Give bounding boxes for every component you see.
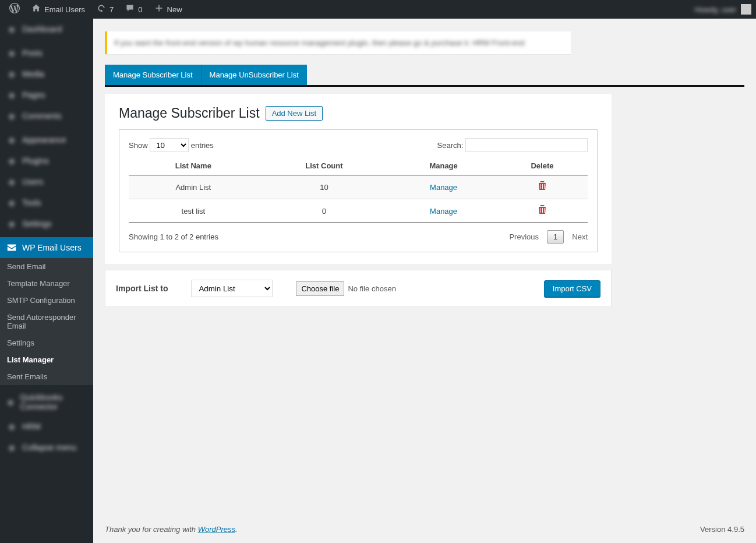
search-input[interactable]	[465, 138, 588, 152]
submenu-item[interactable]: Send Email	[0, 258, 93, 275]
sidebar-item-blurred[interactable]: ◉Plugins	[0, 150, 93, 171]
page-title-text: Manage Subscriber List	[119, 105, 260, 121]
submenu-item[interactable]: List Manager	[0, 351, 93, 368]
table-row: Admin List10Manage	[129, 175, 588, 199]
cell-list-name: test list	[129, 199, 258, 223]
manage-link[interactable]: Manage	[430, 183, 457, 192]
choose-file-button[interactable]: Choose file	[296, 281, 344, 296]
file-input-wrap: Choose file No file chosen	[296, 281, 395, 296]
admin-toolbar-left: Email Users 7 0 New	[5, 0, 187, 19]
tab-unsubscriber-list[interactable]: Manage UnSubscriber List	[202, 65, 307, 85]
updates-icon	[97, 3, 106, 15]
submenu-item[interactable]: SMTP Configuration	[0, 292, 93, 309]
submenu-item[interactable]: Sent Emails	[0, 368, 93, 385]
col-manage[interactable]: Manage	[390, 157, 497, 175]
submenu-item[interactable]: Settings	[0, 334, 93, 351]
menu-icon: ◉	[6, 47, 17, 59]
sidebar-item-blurred[interactable]: ◉Posts	[0, 43, 93, 64]
col-list-count[interactable]: List Count	[258, 157, 391, 175]
submenu-wp-email-users: Send EmailTemplate ManagerSMTP Configura…	[0, 258, 93, 385]
comments-menu[interactable]: 0	[121, 0, 147, 19]
datatable-footer: Showing 1 to 2 of 2 entries Previous 1 N…	[129, 230, 588, 244]
subscriber-panel: Manage Subscriber List Add New List Show…	[105, 94, 612, 264]
col-delete[interactable]: Delete	[497, 157, 588, 175]
menu-icon: ◉	[6, 218, 17, 230]
no-file-label: No file chosen	[348, 284, 395, 293]
sidebar-item-blurred[interactable]: ◉Pages	[0, 84, 93, 105]
site-name-menu[interactable]: Email Users	[27, 0, 90, 19]
sidebar-item-blurred[interactable]: ◉Tools	[0, 192, 93, 213]
sidebar-item-blurred[interactable]: ◉Appearance	[0, 129, 93, 150]
cell-delete	[497, 199, 588, 223]
footer-thank-you: Thank you for creating with WordPress.	[105, 525, 238, 534]
trash-icon[interactable]	[538, 182, 546, 192]
prev-button[interactable]: Previous	[509, 232, 539, 241]
import-csv-button[interactable]: Import CSV	[544, 280, 600, 297]
cell-list-count: 0	[258, 199, 391, 223]
sidebar-item-wp-email-users[interactable]: WP Email Users	[0, 237, 93, 258]
wordpress-icon	[9, 3, 20, 16]
sidebar-item-blurred[interactable]: ◉Collapse menu	[0, 437, 93, 458]
menu-icon: ◉	[6, 197, 17, 209]
new-label: New	[167, 5, 182, 14]
datatable-info: Showing 1 to 2 of 2 entries	[129, 232, 218, 241]
tabs-bar: Manage Subscriber List Manage UnSubscrib…	[105, 65, 744, 87]
subscriber-table: List Name List Count Manage Delete Admin…	[129, 157, 588, 223]
cell-manage: Manage	[390, 199, 497, 223]
sidebar-item-blurred[interactable]: ◉Comments	[0, 105, 93, 126]
cell-delete	[497, 175, 588, 199]
menu-icon: ◉	[6, 396, 15, 408]
comments-icon	[125, 3, 135, 15]
menu-icon: ◉	[6, 68, 17, 80]
howdy-text: Howdy, user	[695, 5, 736, 14]
table-row: test list0Manage	[129, 199, 588, 223]
sidebar-label-wp-email-users: WP Email Users	[22, 243, 82, 252]
trash-icon[interactable]	[538, 206, 546, 216]
avatar[interactable]	[741, 4, 751, 15]
sidebar-item-blurred[interactable]: ◉Quickbooks Connector	[0, 388, 93, 416]
wordpress-link[interactable]: WordPress	[198, 525, 235, 534]
updates-menu[interactable]: 7	[92, 0, 118, 19]
updates-count: 7	[109, 5, 114, 14]
show-label-post: entries	[191, 141, 214, 150]
menu-icon: ◉	[6, 89, 17, 101]
menu-icon: ◉	[6, 421, 17, 432]
menu-icon: ◉	[6, 134, 17, 146]
page-title: Manage Subscriber List Add New List	[119, 105, 598, 129]
add-new-list-button[interactable]: Add New List	[266, 106, 323, 121]
manage-link[interactable]: Manage	[430, 207, 457, 216]
admin-toolbar-right: Howdy, user	[695, 4, 751, 15]
import-list-select[interactable]: Admin List	[191, 280, 273, 297]
next-button[interactable]: Next	[572, 232, 588, 241]
new-content-menu[interactable]: New	[150, 0, 187, 19]
page-1-button[interactable]: 1	[547, 230, 564, 244]
site-name-label: Email Users	[44, 5, 85, 14]
show-label-pre: Show	[129, 141, 148, 150]
wp-logo-menu[interactable]	[5, 0, 24, 19]
mail-icon	[6, 242, 17, 253]
sidebar-item-blurred[interactable]: ◉Settings	[0, 213, 93, 234]
notice-text: If you want the front-end version of wp …	[114, 38, 564, 47]
import-label: Import List to	[116, 284, 168, 293]
col-list-name[interactable]: List Name	[129, 157, 258, 175]
admin-sidebar: ◉Dashboard◉Posts◉Media◉Pages◉Comments◉Ap…	[0, 19, 93, 543]
admin-notice: If you want the front-end version of wp …	[105, 31, 571, 54]
search-control: Search:	[437, 138, 588, 152]
menu-icon: ◉	[6, 442, 17, 453]
plus-icon	[154, 3, 164, 15]
comments-count: 0	[138, 5, 142, 14]
length-control: Show 10 entries	[129, 138, 214, 152]
admin-toolbar: Email Users 7 0 New Howdy, user	[0, 0, 756, 19]
sidebar-item-blurred[interactable]: ◉Dashboard	[0, 19, 93, 40]
submenu-item[interactable]: Template Manager	[0, 275, 93, 292]
entries-select[interactable]: 10	[150, 138, 189, 152]
menu-icon: ◉	[6, 176, 17, 188]
footer-version: Version 4.9.5	[700, 525, 744, 534]
cell-manage: Manage	[390, 175, 497, 199]
sidebar-item-blurred[interactable]: ◉Users	[0, 171, 93, 192]
sidebar-item-blurred[interactable]: ◉HRM	[0, 416, 93, 437]
sidebar-item-blurred[interactable]: ◉Media	[0, 64, 93, 84]
tab-subscriber-list[interactable]: Manage Subscriber List	[105, 65, 202, 85]
submenu-item[interactable]: Send Autoresponder Email	[0, 309, 93, 334]
menu-icon: ◉	[6, 23, 17, 35]
